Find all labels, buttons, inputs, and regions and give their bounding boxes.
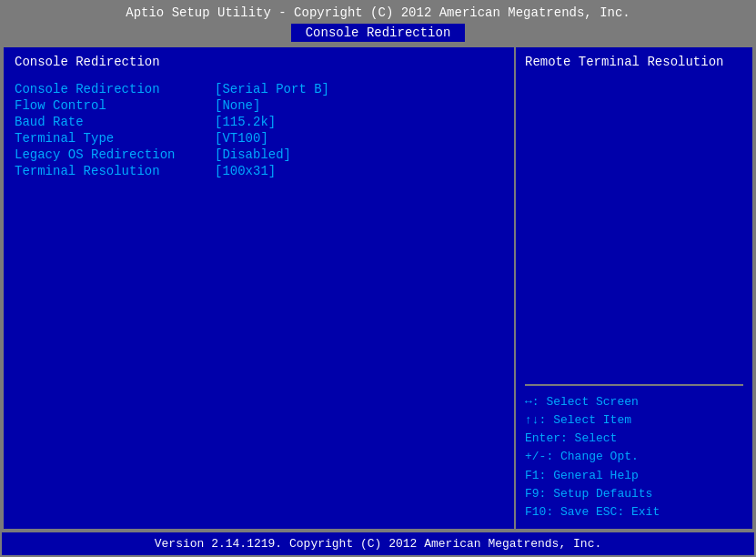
footer-text: Version 2.14.1219. Copyright (C) 2012 Am… — [155, 537, 601, 551]
setting-label: Console Redirection — [15, 82, 215, 96]
right-panel-title: Remote Terminal Resolution — [525, 55, 743, 69]
setting-value: [100x31] — [215, 164, 276, 178]
active-tab[interactable]: Console Redirection — [291, 24, 466, 42]
help-line: Enter: Select — [525, 430, 743, 448]
main-content: Console Redirection Console Redirection[… — [2, 46, 754, 531]
help-section: ↔: Select Screen↑↓: Select ItemEnter: Se… — [525, 384, 743, 522]
help-line: F9: Setup Defaults — [525, 485, 743, 503]
setting-label: Baud Rate — [15, 115, 215, 129]
left-panel: Console Redirection Console Redirection[… — [4, 47, 516, 529]
help-line: ↑↓: Select Item — [525, 411, 743, 430]
app: Aptio Setup Utility - Copyright (C) 2012… — [0, 0, 756, 557]
header-title-text: Aptio Setup Utility - Copyright (C) 2012… — [126, 5, 630, 20]
help-line: ↔: Select Screen — [525, 393, 743, 411]
help-line: F10: Save ESC: Exit — [525, 503, 743, 522]
header-title: Aptio Setup Utility - Copyright (C) 2012… — [0, 0, 756, 24]
setting-row[interactable]: Baud Rate[115.2k] — [15, 115, 503, 129]
help-spacer — [525, 78, 743, 384]
left-panel-title: Console Redirection — [15, 55, 503, 69]
setting-value: [115.2k] — [215, 115, 276, 129]
active-tab-label: Console Redirection — [306, 25, 451, 40]
tab-bar: Console Redirection — [0, 24, 756, 46]
setting-value: [Serial Port B] — [215, 82, 329, 96]
setting-row[interactable]: Flow Control[None] — [15, 98, 503, 113]
setting-label: Flow Control — [15, 98, 215, 113]
setting-label: Legacy OS Redirection — [15, 147, 215, 162]
setting-value: [None] — [215, 98, 260, 113]
footer: Version 2.14.1219. Copyright (C) 2012 Am… — [2, 531, 754, 555]
setting-label: Terminal Type — [15, 131, 215, 146]
settings-list: Console Redirection[Serial Port B]Flow C… — [15, 82, 503, 180]
setting-row[interactable]: Legacy OS Redirection[Disabled] — [15, 147, 503, 162]
right-panel: Remote Terminal Resolution ↔: Select Scr… — [516, 47, 752, 529]
setting-row[interactable]: Terminal Type[VT100] — [15, 131, 503, 146]
setting-value: [VT100] — [215, 131, 268, 146]
setting-label: Terminal Resolution — [15, 164, 215, 178]
setting-row[interactable]: Console Redirection[Serial Port B] — [15, 82, 503, 96]
help-line: F1: General Help — [525, 467, 743, 485]
setting-value: [Disabled] — [215, 147, 291, 162]
help-line: +/-: Change Opt. — [525, 448, 743, 466]
setting-row[interactable]: Terminal Resolution[100x31] — [15, 164, 503, 178]
